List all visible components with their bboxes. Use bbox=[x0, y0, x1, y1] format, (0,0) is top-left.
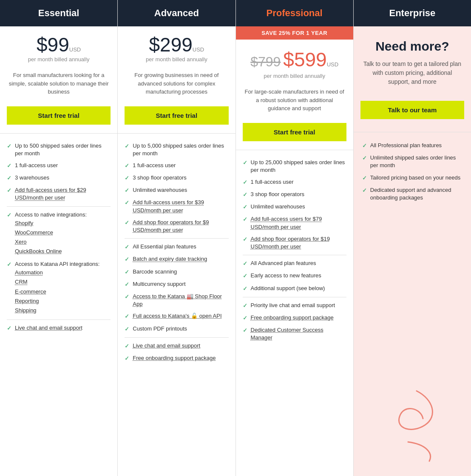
advanced-description: For growing businesses in need of advanc… bbox=[118, 67, 235, 100]
professional-feature-1-text: Up to 25,000 shipped sales order lines p… bbox=[251, 159, 346, 174]
professional-promo-banner: SAVE 25% FOR 1 YEAR bbox=[236, 26, 353, 40]
advanced-price: $299USD bbox=[125, 35, 228, 54]
plan-essential-header: Essential bbox=[0, 0, 117, 26]
check-icon-p3: ✓ bbox=[243, 191, 247, 199]
professional-description: For large-scale manufacturers in need of… bbox=[236, 83, 353, 117]
essential-cta-button[interactable]: Start free trial bbox=[7, 106, 111, 125]
essential-features: ✓ Up to 500 shipped sales order lines pe… bbox=[0, 139, 117, 476]
enterprise-need-more-desc: Talk to our team to get a tailored plan … bbox=[362, 60, 462, 86]
plan-advanced-name: Advanced bbox=[154, 8, 199, 18]
essential-feature-3: ✓ 3 warehouses bbox=[7, 174, 111, 182]
advanced-feature-4-text: Unlimited warehouses bbox=[133, 186, 187, 194]
check-icon-p6: ✓ bbox=[243, 236, 247, 243]
advanced-cta-button[interactable]: Start free trial bbox=[125, 106, 228, 125]
advanced-feature-13: ✓ Custom PDF printouts bbox=[125, 325, 228, 333]
professional-feature-7-text: All Advanced plan features bbox=[251, 259, 316, 267]
check-icon-a6: ✓ bbox=[125, 219, 129, 227]
advanced-feature-2: ✓ 1 full-access user bbox=[125, 162, 228, 170]
advanced-price-section: $299USD per month billed annually bbox=[118, 26, 235, 67]
plan-professional-body: SAVE 25% FOR 1 YEAR $799$599USD per mont… bbox=[236, 26, 353, 476]
professional-feature-10: ✓ Priority live chat and email support bbox=[243, 302, 346, 310]
essential-feature-7: ✓ Live chat and email support bbox=[7, 324, 111, 332]
plan-advanced-body: $299USD per month billed annually For gr… bbox=[118, 26, 235, 476]
essential-automation: Automation bbox=[15, 268, 108, 277]
advanced-feature-14: ✓ Live chat and email support bbox=[125, 342, 228, 350]
essential-price-usd: USD bbox=[69, 46, 81, 53]
check-icon-p2: ✓ bbox=[243, 179, 247, 186]
check-icon-a7: ✓ bbox=[125, 243, 129, 251]
essential-shopify: Shopify bbox=[15, 219, 95, 228]
essential-feature-4-text: Add full-access users for $29 USD/month … bbox=[15, 186, 111, 202]
essential-woocommerce: WooCommerce bbox=[15, 228, 95, 237]
check-icon-p5: ✓ bbox=[243, 216, 247, 223]
professional-feature-7: ✓ All Advanced plan features bbox=[243, 259, 346, 268]
check-icon-a12: ✓ bbox=[125, 313, 129, 320]
professional-feature-11: ✓ Free onboarding support package bbox=[243, 314, 346, 322]
professional-feature-8-text: Early access to new features bbox=[251, 272, 321, 279]
essential-reporting: Reporting bbox=[15, 296, 108, 306]
essential-description: For small manufacturers looking for a si… bbox=[0, 67, 117, 100]
check-icon-e3: ✓ bbox=[362, 174, 367, 182]
check-icon-4: ✓ bbox=[7, 187, 11, 194]
professional-feature-4: ✓ Unlimited warehouses bbox=[243, 203, 346, 211]
essential-feature-2: ✓ 1 full-access user bbox=[7, 162, 111, 170]
advanced-feature-9-text: Barcode scanning bbox=[133, 268, 177, 276]
professional-feature-5-text: Add full-access users for $79 USD/month … bbox=[251, 215, 346, 231]
advanced-feature-6: ✓ Add shop floor operators for $9 USD/mo… bbox=[125, 219, 228, 234]
plan-advanced: Advanced $299USD per month billed annual… bbox=[118, 0, 236, 476]
essential-feature-6-text: Access to Katana API integrations: Autom… bbox=[15, 260, 108, 315]
check-icon-a15: ✓ bbox=[125, 355, 129, 362]
enterprise-deco-swirl bbox=[354, 378, 471, 476]
check-icon-a8: ✓ bbox=[125, 256, 129, 263]
professional-cta-button[interactable]: Start free trial bbox=[243, 123, 346, 141]
check-icon-a9: ✓ bbox=[125, 268, 129, 276]
check-icon-1: ✓ bbox=[7, 143, 11, 150]
check-icon-a11: ✓ bbox=[125, 293, 129, 301]
check-icon-a5: ✓ bbox=[125, 199, 129, 207]
advanced-feature-4: ✓ Unlimited warehouses bbox=[125, 186, 228, 194]
essential-crm: CRM bbox=[15, 277, 108, 287]
check-icon-p9: ✓ bbox=[243, 285, 247, 293]
check-icon-p12: ✓ bbox=[243, 327, 247, 334]
check-icon-p8: ✓ bbox=[243, 272, 247, 280]
plan-enterprise-header: Enterprise bbox=[354, 0, 471, 26]
professional-feature-2: ✓ 1 full-access user bbox=[243, 178, 346, 186]
enterprise-need-more-title: Need more? bbox=[362, 39, 462, 54]
plan-advanced-header: Advanced bbox=[118, 0, 235, 26]
check-icon-e1: ✓ bbox=[362, 142, 367, 150]
advanced-price-amount: $299USD bbox=[149, 34, 204, 56]
enterprise-cta-button[interactable]: Talk to our team bbox=[360, 101, 464, 119]
professional-price-period: per month billed annually bbox=[243, 73, 346, 79]
enterprise-need-more: Need more? Talk to our team to get a tai… bbox=[354, 26, 471, 95]
advanced-feature-15-text: Free onboarding support package bbox=[133, 354, 216, 362]
essential-feature-3-text: 3 warehouses bbox=[15, 174, 49, 182]
essential-feature-6: ✓ Access to Katana API integrations: Aut… bbox=[7, 260, 111, 315]
advanced-feature-2-text: 1 full-access user bbox=[133, 162, 176, 169]
advanced-feature-8: ✓ Batch and expiry date tracking bbox=[125, 255, 228, 263]
professional-features: ✓ Up to 25,000 shipped sales order lines… bbox=[236, 155, 353, 476]
check-icon-p7: ✓ bbox=[243, 260, 247, 268]
check-icon-p11: ✓ bbox=[243, 314, 247, 322]
plan-professional-header: Professional bbox=[236, 0, 353, 26]
professional-feature-3-text: 3 shop floor operators bbox=[251, 191, 304, 198]
enterprise-feature-1: ✓ All Professional plan features bbox=[362, 142, 462, 150]
professional-price-discounted: $599 bbox=[283, 48, 326, 71]
check-icon-a14: ✓ bbox=[125, 342, 129, 350]
check-icon-e2: ✓ bbox=[362, 154, 367, 162]
professional-feature-12: ✓ Dedicated Customer Success Manager bbox=[243, 326, 346, 342]
essential-ecommerce: E-commerce bbox=[15, 287, 108, 296]
enterprise-feature-2: ✓ Unlimited shipped sales order lines pe… bbox=[362, 154, 462, 169]
advanced-feature-9: ✓ Barcode scanning bbox=[125, 268, 228, 276]
plan-enterprise: Enterprise Need more? Talk to our team t… bbox=[354, 0, 471, 476]
plan-essential-name: Essential bbox=[38, 8, 79, 18]
professional-feature-2-text: 1 full-access user bbox=[251, 178, 294, 186]
advanced-feature-3: ✓ 3 shop floor operators bbox=[125, 174, 228, 182]
essential-feature-5: ✓ Access to native integrations: Shopify… bbox=[7, 211, 111, 257]
advanced-feature-6-text: Add shop floor operators for $9 USD/mont… bbox=[133, 219, 228, 234]
professional-feature-9: ✓ Additional support (see below) bbox=[243, 285, 346, 293]
advanced-feature-12-text: Full access to Katana's 🔓 open API bbox=[133, 312, 221, 320]
professional-feature-6-text: Add shop floor operators for $19 USD/mon… bbox=[251, 235, 346, 251]
plan-essential: Essential $99USD per month billed annual… bbox=[0, 0, 118, 476]
essential-xero: Xero bbox=[15, 237, 95, 247]
check-icon-6: ✓ bbox=[7, 261, 11, 268]
